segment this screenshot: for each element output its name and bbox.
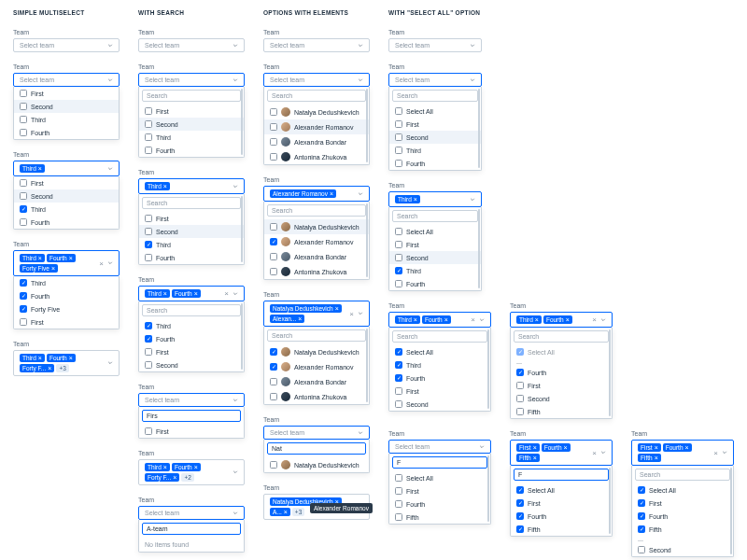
chip[interactable]: Third× — [145, 182, 170, 190]
search-input[interactable] — [267, 329, 366, 342]
option-third[interactable]: Third — [14, 113, 119, 126]
search-input[interactable] — [392, 90, 478, 102]
option[interactable]: Fourth — [511, 510, 612, 523]
option[interactable]: Fourth — [139, 144, 244, 157]
chip[interactable]: Fourth× — [172, 289, 201, 298]
chip[interactable]: Fourth× — [543, 315, 572, 324]
search-input[interactable] — [267, 442, 366, 455]
select-trigger[interactable]: Select team — [263, 73, 370, 87]
option[interactable]: Fourth — [389, 157, 481, 170]
chip-remove-icon[interactable]: × — [38, 255, 42, 261]
option[interactable]: Fourth — [632, 510, 733, 523]
chip-remove-icon[interactable]: × — [38, 165, 42, 172]
select-trigger[interactable]: Third× Fourth× × — [388, 312, 491, 328]
option[interactable]: First — [511, 379, 612, 392]
chip-third[interactable]: Third× — [20, 164, 45, 173]
option[interactable]: Third — [139, 131, 244, 144]
select-trigger[interactable]: Select team — [138, 38, 245, 52]
select-trigger[interactable]: Select team — [388, 440, 491, 454]
option-select-all[interactable]: Select All — [632, 483, 733, 497]
chip[interactable]: Fourth× — [47, 354, 76, 362]
clear-all-icon[interactable]: × — [592, 315, 597, 324]
option-first[interactable]: First — [14, 87, 119, 100]
chip[interactable]: Alexan...× — [270, 315, 304, 323]
search-input[interactable] — [267, 204, 366, 217]
option[interactable]: First — [511, 497, 612, 510]
clear-all-icon[interactable]: × — [592, 449, 597, 457]
select-trigger[interactable]: Third× — [138, 178, 245, 194]
option-user[interactable]: Alexandra Bondar — [264, 249, 369, 264]
option[interactable]: Second — [511, 392, 612, 405]
option-select-all[interactable]: Select All — [511, 345, 612, 358]
option[interactable]: First — [389, 484, 490, 497]
search-input[interactable] — [142, 523, 241, 535]
option[interactable]: Fourth — [389, 371, 490, 385]
checkbox[interactable] — [20, 129, 27, 136]
option[interactable]: Second — [139, 118, 244, 131]
select-trigger[interactable]: First× Fourth× Fifth× × — [510, 440, 613, 466]
chip[interactable]: Forty F...× — [145, 473, 179, 482]
more-chip[interactable]: +3 — [292, 508, 304, 516]
select-trigger[interactable]: Select team — [138, 393, 245, 407]
option[interactable]: Fifth — [389, 511, 490, 524]
option[interactable]: Second — [389, 251, 481, 264]
search-input[interactable] — [142, 90, 241, 102]
search-input[interactable] — [267, 90, 366, 102]
option[interactable]: Second — [139, 358, 244, 371]
checkbox[interactable] — [20, 90, 27, 97]
select-trigger[interactable]: Select team — [13, 38, 120, 52]
option-user[interactable]: Natalya Dedushkevich — [264, 219, 369, 234]
chip[interactable]: Third× — [20, 254, 45, 262]
option[interactable]: First — [632, 497, 733, 510]
chip[interactable]: Third× — [395, 315, 420, 324]
option[interactable]: Fourth — [389, 277, 481, 290]
chip-remove-icon[interactable]: × — [51, 265, 55, 272]
option-select-all[interactable]: Select All — [389, 345, 490, 358]
clear-all-icon[interactable]: × — [471, 315, 475, 324]
option[interactable]: First — [389, 385, 490, 398]
option-second[interactable]: Second — [14, 189, 119, 203]
option[interactable]: Third — [14, 276, 119, 289]
select-trigger[interactable]: Select team — [263, 426, 370, 440]
checkbox[interactable] — [20, 103, 27, 110]
option-user[interactable]: Alexander Romanov — [264, 234, 369, 249]
search-input[interactable] — [392, 330, 487, 343]
option-user[interactable]: Antonina Zhukova — [264, 389, 369, 404]
option[interactable]: First — [139, 425, 244, 438]
option[interactable]: Third — [139, 319, 244, 332]
clear-all-icon[interactable]: × — [99, 259, 104, 268]
clear-all-icon[interactable]: × — [713, 449, 718, 457]
option[interactable]: Third — [389, 144, 481, 157]
option[interactable]: First — [139, 345, 244, 358]
chip[interactable]: First× — [516, 443, 540, 452]
chip[interactable]: A...× — [270, 508, 290, 516]
option[interactable]: Third — [389, 358, 490, 371]
option-first[interactable]: First — [14, 176, 119, 189]
select-trigger[interactable]: Select team — [263, 38, 370, 52]
option-user[interactable]: Alexander Romanov — [264, 359, 369, 374]
clear-all-icon[interactable]: × — [224, 289, 229, 298]
checkbox[interactable] — [20, 116, 27, 123]
option-select-all[interactable]: Select All — [389, 225, 481, 238]
select-trigger[interactable]: Third× Fourth× × — [138, 286, 245, 301]
chip[interactable]: Fourth× — [663, 443, 692, 452]
search-input[interactable] — [142, 410, 241, 422]
chip[interactable]: Forty Five× — [20, 264, 58, 273]
select-trigger[interactable]: Select team — [388, 73, 482, 87]
select-trigger[interactable]: Select team — [13, 73, 120, 87]
option-user[interactable]: Natalya Dedushkevich — [264, 344, 369, 359]
select-trigger[interactable]: Select team — [388, 38, 482, 52]
option[interactable]: Fifth — [511, 523, 612, 536]
chip[interactable]: First× — [638, 443, 661, 452]
clear-all-icon[interactable]: × — [349, 310, 354, 318]
option[interactable]: Fifth — [632, 523, 733, 536]
select-trigger[interactable]: Third× Fourth× Forty Five× × — [13, 250, 120, 276]
option[interactable]: Second — [389, 131, 481, 144]
search-input[interactable] — [142, 197, 241, 209]
option[interactable]: Second — [139, 225, 244, 238]
option-fourth[interactable]: Fourth — [14, 216, 119, 229]
search-input[interactable] — [392, 210, 478, 222]
option[interactable]: Fourth — [511, 366, 612, 379]
option-user[interactable]: Natalya Dedushkevich — [264, 105, 369, 119]
select-trigger[interactable]: Third× Fourth× Forty F...× +2 — [138, 459, 245, 485]
